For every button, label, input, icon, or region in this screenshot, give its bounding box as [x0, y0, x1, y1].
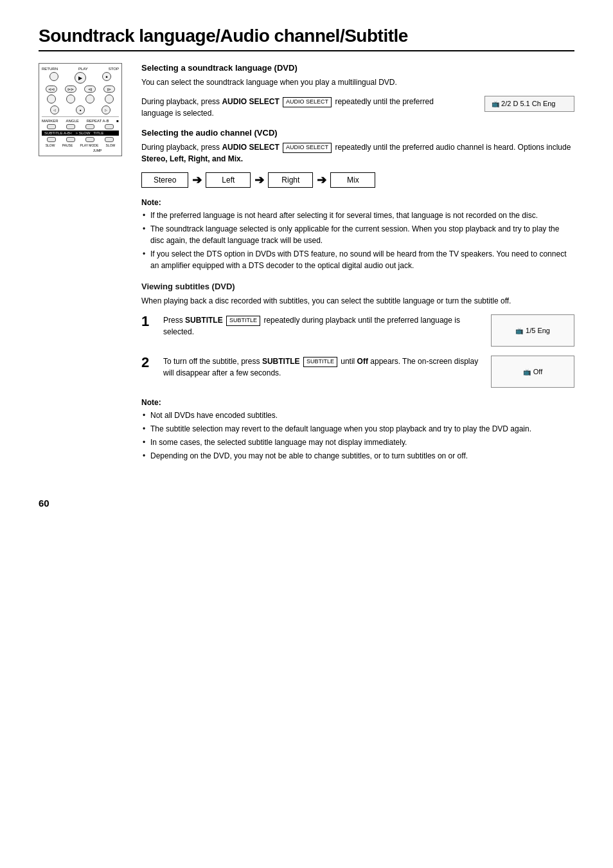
- rc-btn-1: ⊲⊲: [46, 86, 57, 93]
- rc-small-row2: [42, 137, 119, 142]
- rc-dpad-row: ◁ ● ▷: [42, 105, 119, 114]
- dvd-instr-prefix: During playback, press: [141, 97, 222, 106]
- step2-off-bold: Off: [357, 357, 368, 366]
- page-number: 60: [39, 498, 574, 509]
- step-2-row: 2 To turn off the subtitle, press SUBTIT…: [141, 356, 574, 388]
- rc-btn-3: ⊲|: [84, 86, 96, 93]
- dvd-soundtrack-body: You can select the soundtrack language w…: [141, 77, 574, 88]
- channel-mix: Mix: [330, 172, 375, 188]
- arrow-2: ➔: [254, 173, 264, 187]
- main-panel: Selecting a soundtrack language (DVD) Yo…: [141, 63, 574, 472]
- rc-pause-lbl: PAUSE: [62, 143, 73, 147]
- vcd-instr-suffix: repeatedly until the preferred audio cha…: [335, 143, 571, 152]
- note-title-1: Note:: [141, 198, 574, 207]
- rc-small-2: [66, 124, 75, 129]
- rc-btn-4: |⊳: [103, 86, 115, 93]
- step1-prefix: Press: [163, 316, 185, 325]
- rc-slow-lbl: SLOW: [46, 143, 55, 147]
- rc-lower-labels: MARKER ANGLE REPEAT A-B ■: [42, 119, 119, 123]
- viewing-subtitles-title: Viewing subtitles (DVD): [141, 282, 574, 291]
- dvd-audioselect-sub: AUDIO SELECT: [281, 97, 335, 106]
- rc-dpad-l: ◁: [50, 105, 59, 114]
- viewing-subtitles-intro: When playing back a disc recorded with s…: [141, 295, 574, 307]
- audio-select-key: AUDIO SELECT: [283, 97, 332, 107]
- step1-subtitle-key: SUBTITLE: [226, 316, 260, 326]
- rc-circle-2: [66, 95, 75, 104]
- step-1-number: 1: [141, 314, 157, 329]
- dvd-soundtrack-title: Selecting a soundtrack language (DVD): [141, 63, 574, 73]
- note-item-1-2: The soundtrack language selected is only…: [141, 223, 574, 246]
- channel-stereo-label: Stereo: [154, 176, 176, 185]
- rc-menu-label: ■: [116, 119, 119, 123]
- rc-bottom-3: [85, 137, 94, 142]
- content-area: RETURN PLAY STOP ▶ ■ ⊲⊲ ⊳⊳ ⊲| |⊳: [39, 63, 574, 472]
- step-1-content: Press SUBTITLE SUBTITLE repeatedly durin…: [163, 314, 481, 338]
- arrow-3: ➔: [317, 173, 326, 187]
- rc-repeat-label: REPEAT A-B: [87, 119, 109, 123]
- rc-circle-3: [85, 95, 94, 104]
- rc-play-label: PLAY: [78, 67, 88, 71]
- rc-highlight-row: SUBTITLE A-B< > SLOW TITLE: [42, 131, 119, 136]
- rc-btn-2: ⊳⊳: [65, 86, 76, 93]
- rc-playmode-lbl: PLAY MODE: [80, 143, 99, 147]
- note-item-1-1: If the preferred language is not heard a…: [141, 210, 574, 221]
- rc-top-labels: RETURN PLAY STOP: [42, 67, 119, 71]
- rc-small-1: [47, 124, 56, 129]
- rc-bottom-4: [105, 137, 114, 142]
- dvd-osd-icon: 📺: [492, 100, 499, 107]
- channel-stereo: Stereo: [141, 172, 188, 188]
- step2-osd-box: 📺 Off: [491, 356, 574, 388]
- dvd-audioselect-bold: AUDIO SELECT: [222, 97, 279, 106]
- notes-section-1: Note: If the preferred language is not h…: [141, 198, 574, 271]
- dvd-osd-box: 📺 2/2 D 5.1 Ch Eng: [484, 96, 574, 112]
- rc-dpad-r: ▷: [102, 105, 111, 114]
- channel-left: Left: [206, 172, 251, 188]
- rc-small-row1: [42, 124, 119, 129]
- rc-bottom-labels: SLOW PAUSE PLAY MODE SLOW: [42, 143, 119, 147]
- page-title: Soundtrack language/Audio channel/Subtit…: [39, 26, 574, 46]
- note-list-1: If the preferred language is not heard a…: [141, 210, 574, 271]
- step-2-osd: 📺 Off: [491, 356, 574, 388]
- channel-right-label: Right: [281, 176, 299, 185]
- rc-play-btn: ▶: [75, 72, 86, 84]
- rc-slow2-lbl: SLOW: [106, 143, 116, 147]
- note-item-2-2: The subtitle selection may revert to the…: [141, 423, 574, 435]
- rc-jump-lbl: JUMP: [93, 149, 102, 152]
- dvd-osd-text: 2/2 D 5.1 Ch Eng: [501, 100, 555, 107]
- vcd-audio-select-key: AUDIO SELECT: [283, 143, 332, 153]
- rc-return-label: RETURN: [42, 67, 58, 71]
- vcd-audioselect-bold: AUDIO SELECT: [222, 143, 279, 152]
- channel-right: Right: [268, 172, 313, 188]
- rc-divider: [42, 116, 119, 117]
- dvd-instruction-row: During playback, press AUDIO SELECT AUDI…: [141, 96, 574, 119]
- step2-osd-text: Off: [533, 368, 542, 375]
- step-2-number: 2: [141, 356, 157, 370]
- rc-nav-row: ⊲⊲ ⊳⊳ ⊲| |⊳: [42, 86, 119, 93]
- section-viewing-subtitles: Viewing subtitles (DVD) When playing bac…: [141, 282, 574, 388]
- vcd-instr-prefix: During playback, press: [141, 143, 222, 152]
- step2-osd-icon: 📺: [523, 368, 531, 375]
- step-1-row: 1 Press SUBTITLE SUBTITLE repeatedly dur…: [141, 314, 574, 347]
- rc-circle-row: [42, 95, 119, 104]
- note-item-2-3: In some cases, the selected subtitle lan…: [141, 437, 574, 448]
- rc-dpad-c: ●: [76, 105, 85, 114]
- note-item-1-3: If you select the DTS option in DVDs wit…: [141, 248, 574, 271]
- rc-small-3: [85, 124, 94, 129]
- title-divider: [39, 50, 574, 51]
- rc-playstop-row: ▶ ■: [42, 72, 119, 84]
- remote-panel: RETURN PLAY STOP ▶ ■ ⊲⊲ ⊳⊳ ⊲| |⊳: [39, 63, 129, 472]
- section-dvd-soundtrack: Selecting a soundtrack language (DVD) Yo…: [141, 63, 574, 119]
- rc-bottom-1: [47, 137, 56, 142]
- step2-middle: until: [341, 357, 357, 366]
- vcd-audio-body: During playback, press AUDIO SELECT AUDI…: [141, 141, 574, 165]
- note-item-2-4: Depending on the DVD, you may not be abl…: [141, 450, 574, 462]
- rc-angle-label: ANGLE: [66, 119, 79, 123]
- dvd-body-text1: You can select the soundtrack language w…: [141, 78, 397, 87]
- step-1-osd: 📺 1/5 Eng: [491, 314, 574, 347]
- rc-bottom-2: [66, 137, 75, 142]
- section-vcd-audio: Selecting the audio channel (VCD) During…: [141, 128, 574, 188]
- step-2-content: To turn off the subtitle, press SUBTITLE…: [163, 356, 481, 379]
- channel-left-label: Left: [222, 176, 235, 185]
- steps-container: 1 Press SUBTITLE SUBTITLE repeatedly dur…: [141, 314, 574, 388]
- step1-subtitle-bold: SUBTITLE: [185, 316, 223, 325]
